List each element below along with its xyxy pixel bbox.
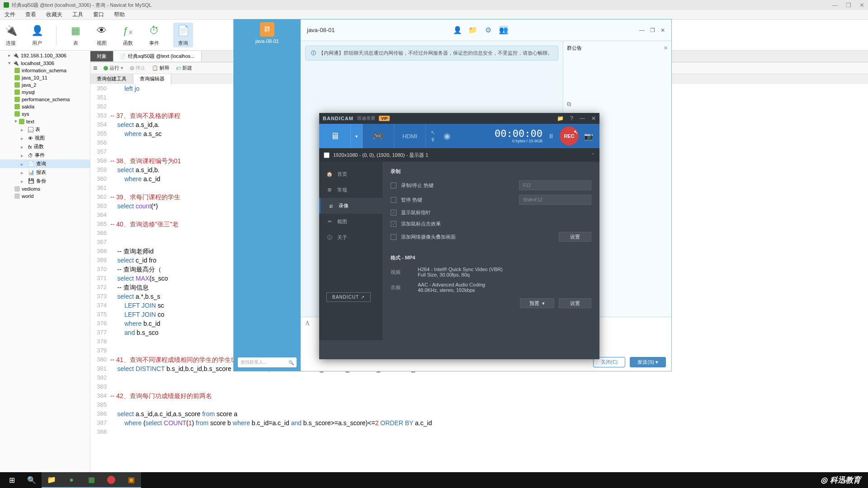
pause-icon[interactable]: ⏸ <box>547 132 555 140</box>
explain-button[interactable]: 📋解释 <box>152 65 170 71</box>
search-button[interactable]: 🔍 <box>22 472 42 488</box>
tab-objects[interactable]: 对象 <box>90 51 113 61</box>
tool-user[interactable]: 👤用户 <box>30 23 44 47</box>
tool-event[interactable]: ⏱事件 <box>147 23 161 47</box>
setting2-button[interactable]: 设置 <box>559 298 591 308</box>
nav-record[interactable]: ⎚录像 <box>319 198 382 214</box>
close-button[interactable]: ✕ <box>859 2 864 9</box>
tab-sqlfile[interactable]: 📄经典sql50题 @text (localhos... <box>113 51 202 61</box>
vip-badge: VIP <box>379 116 390 121</box>
conn-item[interactable]: ▸🔌192.168.1.100_3306 <box>0 52 90 59</box>
tree-events[interactable]: ▸⏱事件 <box>0 151 90 160</box>
webcam-checkbox[interactable] <box>391 234 396 240</box>
nav-home[interactable]: 🏠首页 <box>319 166 382 182</box>
preset-button[interactable]: 预置 ▾ <box>520 298 554 308</box>
db-item[interactable]: sys <box>0 110 90 117</box>
maximize-button[interactable]: ❐ <box>846 2 851 9</box>
hotkey-checkbox[interactable] <box>391 183 396 188</box>
menu-tools[interactable]: 工具 <box>72 11 83 19</box>
db-item[interactable]: ▾text <box>0 117 90 125</box>
db-item[interactable]: vedioms <box>0 185 90 192</box>
bcam-nav: 🏠首页 ⚙常规 ⎚录像 ✂截图 ⓘ关于 BANDICUT ↗ <box>319 162 382 340</box>
record-button[interactable]: REC↖ <box>560 127 579 145</box>
chat-search[interactable]: 查找联系人...🔍 <box>238 357 297 367</box>
chat-send-button[interactable]: 发送(S) ▾ <box>630 357 666 367</box>
menu-view[interactable]: 查看 <box>25 11 36 19</box>
db-item[interactable]: sakila <box>0 103 90 110</box>
menu-window[interactable]: 窗口 <box>93 11 104 19</box>
task-app2[interactable]: ▣ <box>121 472 141 488</box>
db-item[interactable]: information_schema <box>0 67 90 74</box>
tree-backup[interactable]: ▸💾备份 <box>0 177 90 185</box>
screenshot-button[interactable]: 📷 <box>583 131 594 141</box>
tool-table[interactable]: ▦表 <box>68 23 83 47</box>
add-user-icon[interactable]: 👤 <box>453 26 462 35</box>
tree-reports[interactable]: ▸📊报表 <box>0 168 90 177</box>
mouse-checkbox[interactable]: ✓ <box>391 210 396 216</box>
stop-button[interactable]: 停止 <box>130 65 146 71</box>
db-item[interactable]: mysql <box>0 89 90 96</box>
menu-favorites[interactable]: 收藏夹 <box>46 11 62 19</box>
chat-minimize[interactable]: — <box>639 27 645 33</box>
hotkey-input[interactable]: F12 <box>519 180 591 190</box>
tree-tables[interactable]: ▸表 <box>0 125 90 134</box>
bcam-close[interactable]: ✕ <box>591 115 596 122</box>
db-item[interactable]: world <box>0 192 90 200</box>
nav-general[interactable]: ⚙常规 <box>319 182 382 198</box>
resolution-bar[interactable]: 868x488 - (0, 0), (1920, 1080) - 显示器 1… <box>319 148 599 162</box>
pause-checkbox[interactable] <box>391 197 396 203</box>
hamburger-button[interactable]: ≡ <box>93 64 97 72</box>
rec-size: 0 bytes / 15.9GB <box>495 139 542 143</box>
webcam-icon[interactable]: ◉ <box>439 131 455 141</box>
mic-icon[interactable]: 🎙 <box>430 137 435 142</box>
menu-help[interactable]: 帮助 <box>114 11 125 19</box>
nav-about[interactable]: ⓘ关于 <box>319 230 382 245</box>
bcam-modes: 🖥 ▾ 🎮 HDMI ↖ 🎙 ◉ 00:00:00 0 bytes / 15.9… <box>319 124 599 148</box>
conn-item[interactable]: ▾🔌localhost_3306 <box>0 59 90 67</box>
db-item[interactable]: java_2 <box>0 81 90 89</box>
bcam-minimize[interactable]: — <box>580 115 585 122</box>
cursor-icon: ↖ <box>574 129 578 135</box>
mode-screen[interactable]: 🖥 <box>319 124 351 148</box>
db-item[interactable]: performance_schema <box>0 96 90 103</box>
chevron-up-icon[interactable]: ⌃ <box>591 152 595 158</box>
members-icon[interactable]: 👥 <box>499 26 508 35</box>
run-button[interactable]: 运行▾ <box>104 65 123 71</box>
gear-icon[interactable]: ⚙ <box>484 26 493 35</box>
tree-queries[interactable]: ▸📄查询 <box>0 160 90 168</box>
mode-device[interactable]: HDMI <box>394 124 426 148</box>
tool-connect[interactable]: 🔌连接 <box>4 23 18 47</box>
menu-file[interactable]: 文件 <box>5 11 15 19</box>
nav-capture[interactable]: ✂截图 <box>319 214 382 230</box>
folder-icon[interactable]: 📁 <box>557 115 564 122</box>
font-icon[interactable]: A <box>305 320 310 327</box>
task-navicat[interactable]: ▦ <box>81 472 101 488</box>
task-explorer[interactable]: 📁 <box>42 472 61 488</box>
subtab-builder[interactable]: 查询创建工具 <box>90 74 133 84</box>
task-app1[interactable]: ● <box>61 472 81 488</box>
tool-view[interactable]: 👁视图 <box>94 23 109 47</box>
chat-maximize[interactable]: ❐ <box>650 27 655 33</box>
cursor-icon[interactable]: ↖ <box>431 130 435 136</box>
tree-views[interactable]: ▸👁视图 <box>0 134 90 142</box>
tool-func[interactable]: ƒₓ函数 <box>121 23 135 47</box>
bandicut-link[interactable]: BANDICUT ↗ <box>326 292 371 302</box>
start-button[interactable]: ⊞ <box>2 472 22 488</box>
tool-query[interactable]: 📄查询 <box>173 23 193 47</box>
group-avatar[interactable]: 群 <box>260 22 274 37</box>
new-button[interactable]: 🏷新建 <box>176 65 192 71</box>
mode-game[interactable]: 🎮 <box>363 124 394 148</box>
db-item[interactable]: java_10_11 <box>0 74 90 81</box>
mode-screen-dropdown[interactable]: ▾ <box>351 124 363 148</box>
minimize-button[interactable]: — <box>832 2 838 9</box>
click-checkbox[interactable]: ✓ <box>391 221 396 227</box>
tree-functions[interactable]: ▸fx函数 <box>0 142 90 151</box>
subtab-editor[interactable]: 查询编辑器 <box>133 74 171 84</box>
res-checkbox[interactable] <box>324 152 330 158</box>
help-icon[interactable]: ? <box>570 115 573 122</box>
setting-button[interactable]: 设置 <box>559 232 591 242</box>
chat-close[interactable]: ✕ <box>660 27 665 33</box>
pause-hotkey-input[interactable]: Shift+F12 <box>519 195 591 205</box>
folder-icon[interactable]: 📁 <box>468 26 477 35</box>
task-bandicam[interactable] <box>101 472 121 488</box>
